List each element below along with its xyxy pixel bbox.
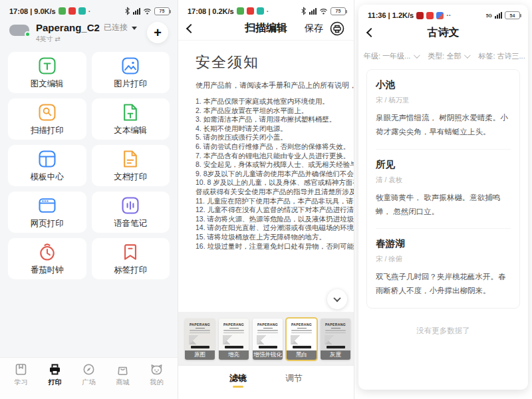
thumb-rule (263, 328, 273, 329)
tomato-clock-icon (37, 242, 57, 262)
app-badge-icon (59, 7, 66, 15)
collapse-panel-button[interactable] (327, 289, 347, 309)
filter-tag-dropdown[interactable]: 标签: 古诗三... (478, 51, 528, 61)
label-print-icon (120, 242, 140, 262)
thumb-textline (291, 332, 312, 334)
doc-line: 3. 如需清洁本产品，请用湿布擦拭塑料桶壁。 (196, 115, 354, 124)
device-selector[interactable]: Paperang_C2 已连接 (36, 22, 147, 33)
thumb-textline (223, 332, 244, 334)
print-action-icon[interactable] (330, 21, 344, 36)
filter-label: 类型: 全部 (428, 51, 461, 61)
signal-icon (495, 12, 502, 19)
filter-thumb-enhance-sharpen[interactable]: PAPERANG 增强并锐化 (253, 319, 283, 360)
nav-item-print[interactable]: 打印 (38, 363, 72, 387)
filter-thumb-brighten[interactable]: PAPERANG 增亮 (219, 319, 249, 360)
thumb-brand: PAPERANG (185, 323, 215, 327)
doc-line: 14. 请勿在阳光直射、过分潮湿或有强电磁场的环境下使用。 (196, 223, 354, 233)
filter-grade-dropdown[interactable]: 年级: 一年级... (364, 51, 418, 61)
cat-face-icon (150, 363, 163, 376)
thumb-button-bar (327, 346, 345, 348)
poem-author: 宋 / 杨万里 (376, 96, 511, 105)
grid-item-label: 图文编辑 (31, 78, 64, 90)
battery-icon: 75 (331, 7, 346, 15)
app-badge-icon (247, 7, 254, 15)
app-badge-icon (78, 7, 86, 15)
image-print-icon (120, 56, 140, 76)
thumb-brand: PAPERANG (253, 323, 283, 327)
grid-item-scan-print[interactable]: 扫描打印 (8, 98, 86, 140)
poem-item[interactable]: 春游湖 宋 / 徐俯 双飞燕子几时回？夹岸桃花蘸水开。春雨断桥人不度，小舟撑出柳… (376, 228, 511, 308)
grid-item-label: 番茄时钟 (31, 265, 64, 276)
poem-title: 小池 (376, 78, 511, 91)
tab-adjust[interactable]: 调节 (285, 372, 303, 384)
grid-item-tomato-clock[interactable]: 番茄时钟 (8, 238, 86, 279)
printer-icon (49, 363, 61, 376)
thumb-textline (190, 330, 210, 331)
filter-thumb-grayscale[interactable]: PAPERANG 灰度 (321, 319, 350, 360)
grid-item-template-center[interactable]: 模板中心 (8, 145, 86, 186)
printer-device-icon (9, 25, 29, 36)
thumb-sketch (189, 335, 211, 344)
grid-item-label: 网页打印 (31, 218, 64, 229)
tab-filters[interactable]: 滤镜 (229, 372, 247, 384)
nav-bar: 古诗文 (358, 21, 528, 45)
doc-line: 2. 本产品应放置在平坦的水平面上。 (196, 106, 354, 116)
nav-bar: 扫描编辑 保存 (178, 17, 354, 41)
filter-type-dropdown[interactable]: 类型: 全部 (428, 51, 469, 61)
wifi-icon (143, 8, 152, 15)
doc-print-icon (120, 149, 140, 169)
nav-item-mall[interactable]: 商城 (106, 363, 140, 387)
battery-icon: 54 (505, 11, 520, 19)
nav-item-study[interactable]: 学习 (4, 363, 38, 387)
filter-thumb-original[interactable]: PAPERANG 原图 (185, 319, 215, 360)
poem-item[interactable]: 所见 清 / 袁枚 牧童骑黄牛， 歌声振林樾。意欲捕鸣蝉， 忽然闭口立。 (376, 149, 511, 229)
thumb-button-bar (225, 346, 243, 348)
grid-item-text-edit[interactable]: 图文编辑 (8, 52, 86, 93)
status-bar: 11:36 | 1.2K/s ·· 5G 54 (358, 5, 528, 21)
battery-icon: 75 (154, 7, 170, 15)
thumb-sketch (325, 335, 346, 344)
poem-item[interactable]: 小池 宋 / 杨万里 泉眼无声惜细流， 树阴照水爱晴柔。小荷才露尖尖角，早有蜻蜓… (376, 70, 511, 149)
nav-item-profile[interactable]: 我的 (140, 363, 174, 387)
back-button[interactable] (186, 23, 196, 33)
save-button[interactable]: 保存 (305, 23, 323, 35)
signal-icon (309, 8, 317, 15)
thumb-brand: PAPERANG (321, 323, 350, 327)
thumb-rule (297, 328, 307, 329)
back-button[interactable] (366, 28, 376, 37)
grid-item-label: 扫描打印 (31, 125, 64, 136)
doc-line: 16. 垃圾过量时，注意避免封口处有异物，否则可能封口失败。 (196, 242, 354, 251)
filter-thumb-black-white[interactable]: PAPERANG 黑白 (287, 319, 317, 360)
filter-label: 灰度 (321, 350, 350, 360)
thumb-button-bar (191, 346, 209, 348)
filter-label: 标签: 古诗三... (478, 51, 525, 61)
nav-item-square[interactable]: 广场 (72, 363, 106, 387)
home-screen-panel: 17:08 | 9.0K/s · 75 Paperang_C2 已连接 (0, 0, 178, 399)
device-header: Paperang_C2 已连接 4英寸 ⇄ + (0, 17, 178, 47)
grid-item-label: 文本编辑 (114, 125, 147, 136)
grid-item-web-print[interactable]: 网页打印 (8, 192, 86, 233)
swap-icon: ⇄ (55, 35, 60, 43)
poems-screen-card: 11:36 | 1.2K/s ·· 5G 54 古诗文 年级: 一 (358, 5, 528, 390)
grid-item-text-doc[interactable]: 文本编辑 (92, 98, 170, 140)
grid-item-voice-note[interactable]: 语音笔记 (92, 192, 170, 233)
compass-icon (82, 363, 95, 376)
edit-mode-tabs: 滤镜 调节 (178, 365, 354, 399)
grid-item-doc-print[interactable]: 文档打印 (92, 145, 170, 186)
scan-edit-panel: 17:08 | 0.2K/s · 75 扫描编辑 保存 安全须知 (178, 0, 354, 399)
chevron-down-icon (414, 52, 420, 59)
thumb-brand: PAPERANG (287, 323, 317, 327)
thumb-rule (196, 328, 205, 329)
grid-item-label-print[interactable]: 标签打印 (92, 238, 170, 279)
grid-item-label: 语音笔记 (114, 218, 147, 229)
thumb-button-bar (259, 346, 277, 348)
web-print-icon (37, 196, 57, 215)
grid-item-image-print[interactable]: 图片打印 (92, 52, 170, 93)
nav-label: 商城 (116, 378, 130, 387)
add-device-button[interactable]: + (147, 22, 168, 43)
app-badge-icon (237, 7, 244, 15)
more-dot-icon: · (267, 7, 269, 15)
doc-line: 5. 请勿按压或强行关闭小盖。 (196, 133, 354, 142)
feature-grid: 图文编辑 图片打印 扫描打印 文本编辑 模板中心 文档打印 (0, 47, 178, 285)
bluetooth-icon (124, 7, 130, 15)
